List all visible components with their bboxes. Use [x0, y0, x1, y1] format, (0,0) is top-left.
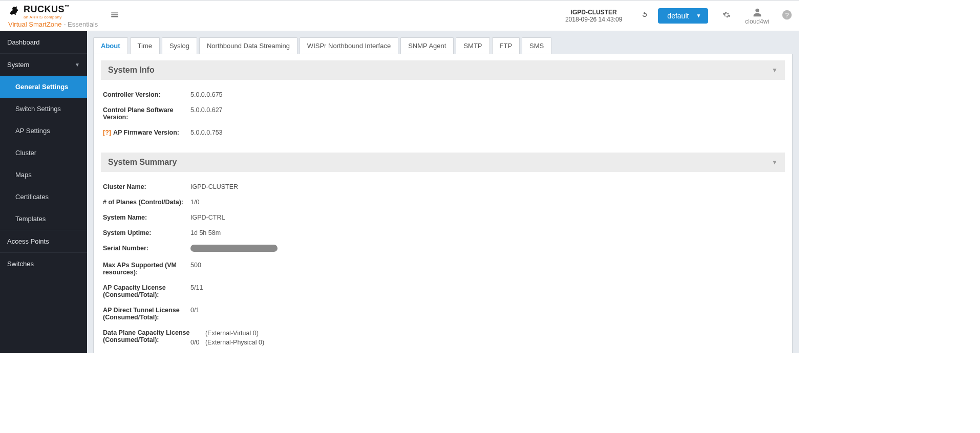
sidebar-item-templates[interactable]: Templates	[0, 208, 87, 230]
user-menu[interactable]: cloud4wi	[745, 7, 769, 25]
user-icon	[752, 7, 763, 18]
tab-snmp[interactable]: SNMP Agent	[400, 37, 454, 54]
sidebar-item-dashboard[interactable]: Dashboard	[0, 31, 87, 53]
ap-fw-label: [?]AP Firmware Version:	[101, 129, 190, 136]
content-area: About Time Syslog Northbound Data Stream…	[87, 31, 799, 353]
topbar: RUCKUS™ an ARRIS company Virtual SmartZo…	[0, 1, 799, 31]
system-info-header[interactable]: System Info ▼	[101, 60, 785, 80]
uptime-label: System Uptime:	[101, 229, 190, 236]
brand-tagline: an ARRIS company	[24, 15, 98, 19]
chevron-down-icon: ▼	[696, 13, 701, 18]
max-aps-label: Max APs Supported (VM resources):	[101, 262, 190, 276]
dp-ext-physical: (External-Physical 0)	[205, 338, 264, 348]
sidebar-item-general-settings[interactable]: General Settings	[0, 76, 87, 98]
breadcrumb: Virtual SmartZone - Essentials	[8, 20, 98, 28]
sidebar-item-access-points[interactable]: Access Points	[0, 230, 87, 252]
sidebar-item-switch-settings[interactable]: Switch Settings	[0, 98, 87, 120]
sidebar-item-switches[interactable]: Switches	[0, 252, 87, 275]
system-summary-header[interactable]: System Summary ▼	[101, 153, 785, 172]
about-panel: System Info ▼ Controller Version: 5.0.0.…	[93, 54, 793, 353]
chevron-down-icon: ▼	[75, 62, 80, 68]
cluster-name-label: Cluster Name:	[101, 183, 190, 190]
refresh-icon[interactable]	[641, 11, 649, 21]
cluster-name-value: IGPD-CLUSTER	[190, 183, 238, 190]
cluster-name: IGPD-CLUSTER	[565, 9, 622, 16]
ruckus-logo-icon	[8, 4, 20, 16]
tab-sms[interactable]: SMS	[522, 37, 551, 54]
cp-version-label: Control Plane Software Version:	[101, 106, 190, 121]
max-aps-value: 500	[190, 262, 201, 276]
serial-label: Serial Number:	[101, 245, 190, 253]
section-title: System Summary	[108, 158, 177, 167]
ap-cap-value: 5/11	[190, 284, 203, 298]
sidebar-item-label: System	[7, 61, 29, 69]
tab-northbound[interactable]: Northbound Data Streaming	[199, 37, 297, 54]
planes-value: 1/0	[190, 199, 199, 206]
uptime-value: 1d 5h 58m	[190, 229, 221, 236]
sidebar-item-maps[interactable]: Maps	[0, 164, 87, 186]
sidebar: Dashboard System ▼ General Settings Swit…	[0, 31, 87, 353]
system-name-value: IGPD-CTRL	[190, 214, 225, 221]
section-title: System Info	[108, 66, 155, 75]
planes-label: # of Planes (Control/Data):	[101, 199, 190, 206]
cluster-info: IGPD-CLUSTER 2018-09-26 14:43:09	[565, 9, 622, 23]
sidebar-item-cluster[interactable]: Cluster	[0, 142, 87, 164]
tab-wispr[interactable]: WISPr Northbound Interface	[300, 37, 398, 54]
tab-about[interactable]: About	[93, 37, 128, 54]
dp-label: Data Plane Capacity License (Consumed/To…	[101, 329, 190, 347]
sidebar-item-certificates[interactable]: Certificates	[0, 186, 87, 208]
redacted-serial	[190, 245, 278, 252]
sidebar-item-system[interactable]: System ▼	[0, 53, 87, 76]
help-icon[interactable]: ?	[781, 9, 793, 23]
dp-value: 0/0 (External-Virtual 0) (External-Physi…	[190, 329, 264, 347]
tab-syslog[interactable]: Syslog	[162, 37, 197, 54]
chevron-down-icon: ▼	[772, 67, 778, 74]
cp-version-value: 5.0.0.0.627	[190, 106, 223, 121]
ap-tunnel-value: 0/1	[190, 307, 199, 321]
sidebar-item-ap-settings[interactable]: AP Settings	[0, 120, 87, 142]
controller-version-value: 5.0.0.0.675	[190, 91, 223, 98]
domain-select-label: default	[667, 12, 689, 20]
ap-cap-label: AP Capacity License (Consumed/Total):	[101, 284, 190, 298]
ap-tunnel-label: AP Direct Tunnel License (Consumed/Total…	[101, 307, 190, 321]
controller-version-label: Controller Version:	[101, 91, 190, 98]
tab-time[interactable]: Time	[130, 37, 160, 54]
help-marker-icon[interactable]: [?]	[103, 129, 111, 136]
tab-ftp[interactable]: FTP	[492, 37, 520, 54]
brand-name: RUCKUS™	[24, 4, 70, 15]
breadcrumb-edition: Essentials	[68, 20, 98, 28]
dp-ext-virtual: (External-Virtual 0)	[205, 329, 264, 338]
cluster-timestamp: 2018-09-26 14:43:09	[565, 16, 622, 23]
user-name: cloud4wi	[745, 18, 769, 25]
gear-icon[interactable]	[722, 11, 731, 21]
chevron-down-icon: ▼	[772, 159, 778, 166]
breadcrumb-product[interactable]: Virtual SmartZone	[8, 20, 62, 28]
tabs: About Time Syslog Northbound Data Stream…	[93, 31, 793, 54]
domain-select-button[interactable]: default ▼	[658, 8, 708, 24]
hamburger-icon[interactable]	[110, 10, 119, 21]
tab-smtp[interactable]: SMTP	[456, 37, 489, 54]
system-name-label: System Name:	[101, 214, 190, 221]
brand-block: RUCKUS™ an ARRIS company Virtual SmartZo…	[8, 4, 98, 28]
ap-fw-value: 5.0.0.0.753	[190, 129, 223, 136]
svg-text:?: ?	[785, 11, 789, 18]
serial-value	[190, 245, 278, 253]
